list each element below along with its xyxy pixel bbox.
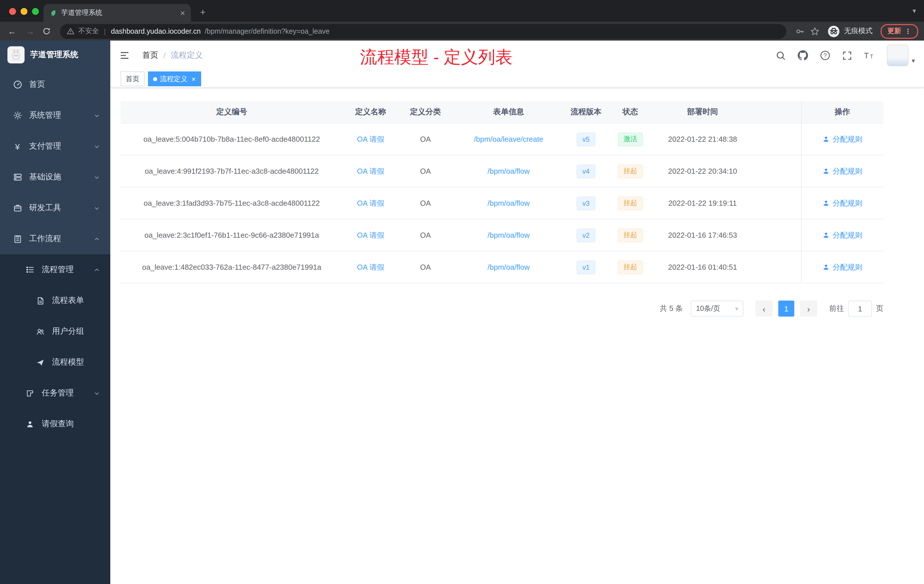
task-icon [25, 388, 35, 398]
workflow-submenu: 流程管理 流程表单 用户分组 [0, 254, 110, 439]
app-logo [7, 46, 25, 63]
cell-category: OA [398, 124, 452, 155]
status-badge: 挂起 [618, 164, 643, 178]
sidebar-item-workflow[interactable]: 工作流程 [0, 223, 110, 254]
form-info-link[interactable]: /bpm/oa/flow [487, 263, 530, 271]
password-key-icon[interactable] [795, 26, 805, 36]
page-size-select[interactable]: 10条/页 ▾ [691, 300, 743, 317]
document-icon [35, 296, 45, 305]
definition-name-link[interactable]: OA 请假 [357, 230, 384, 240]
incognito-indicator: 无痕模式 [827, 25, 873, 38]
form-info-link[interactable]: /bpm/oa/flow [487, 167, 530, 175]
security-label: 不安全 [78, 26, 99, 36]
app-title: 芋道管理系统 [30, 50, 78, 60]
sidebar-item-process-form[interactable]: 流程表单 [0, 285, 110, 316]
chevron-down-icon: ▾ [735, 305, 738, 312]
url-bar[interactable]: 不安全 | dashboard.yudao.iocoder.cn /bpm/ma… [60, 24, 786, 39]
window-minimize-button[interactable] [21, 8, 27, 15]
sidebar-item-task-management[interactable]: 任务管理 [0, 378, 110, 409]
font-size-icon[interactable]: TT [864, 51, 875, 60]
pagination: 共 5 条 10条/页 ▾ ‹ 1 › 前往 页 [120, 300, 883, 317]
incognito-icon [827, 25, 840, 38]
sidebar-item-system[interactable]: 系统管理 [0, 100, 110, 131]
new-tab-button[interactable]: + [195, 5, 210, 20]
sidebar-item-user-group[interactable]: 用户分组 [0, 316, 110, 347]
sidebar-item-process-management[interactable]: 流程管理 [0, 254, 110, 285]
avatar[interactable] [887, 45, 909, 66]
sidebar-item-label: 基础设施 [29, 172, 87, 182]
browser-tab[interactable]: 芋道管理系统 × [43, 4, 191, 22]
status-badge: 挂起 [618, 228, 643, 242]
assign-rule-button[interactable]: 分配规则 [822, 230, 862, 240]
reload-button[interactable] [42, 27, 51, 35]
person-icon [25, 419, 35, 429]
version-badge: v1 [577, 260, 595, 274]
col-deploy-time: 部署时间 [653, 101, 752, 123]
window-close-button[interactable] [9, 8, 16, 15]
goto-suffix: 页 [876, 304, 883, 314]
fixed-column-divider [801, 101, 802, 284]
definition-name-link[interactable]: OA 请假 [357, 198, 384, 208]
sidebar-item-process-model[interactable]: 流程模型 [0, 347, 110, 378]
user-menu[interactable]: ▾ [887, 45, 915, 66]
sidebar-item-devtools[interactable]: 研发工具 [0, 193, 110, 223]
sidebar-item-leave-query[interactable]: 请假查询 [0, 409, 110, 439]
bookmark-star-icon[interactable] [810, 26, 819, 36]
help-icon[interactable]: ? [820, 50, 831, 61]
cell-category: OA [398, 251, 452, 283]
form-info-link[interactable]: /bpm/oa/leave/create [474, 135, 543, 144]
sidebar-toggle-button[interactable] [119, 50, 130, 61]
window-zoom-button[interactable] [32, 8, 39, 15]
tag-close-icon[interactable]: × [191, 75, 196, 82]
cell-deploy-time: 2022-01-16 17:46:53 [653, 219, 752, 251]
paper-plane-icon [35, 358, 45, 367]
browser-menu-dots-icon[interactable]: ⋮ [904, 27, 911, 35]
tag-home[interactable]: 首页 [120, 71, 145, 86]
table-row: oa_leave:4:991f2193-7b7f-11ec-a3c8-acde4… [120, 155, 883, 187]
users-icon [35, 327, 45, 336]
back-button[interactable]: ← [6, 26, 18, 36]
forward-button[interactable]: → [24, 26, 36, 36]
svg-text:T: T [870, 54, 873, 59]
current-page-button[interactable]: 1 [778, 300, 794, 317]
sidebar-item-label: 首页 [29, 79, 100, 90]
assign-rule-button[interactable]: 分配规则 [822, 262, 862, 272]
status-badge: 激活 [618, 132, 643, 146]
tab-search-caret-icon[interactable]: ▾ [912, 7, 916, 15]
search-icon[interactable] [776, 51, 786, 60]
chevron-down-icon [94, 112, 100, 119]
assign-rule-label: 分配规则 [833, 198, 862, 208]
definition-name-link[interactable]: OA 请假 [357, 166, 384, 176]
assign-rule-button[interactable]: 分配规则 [822, 134, 862, 144]
sidebar-item-home[interactable]: 首页 [0, 69, 110, 100]
sidebar-item-payment[interactable]: ¥ 支付管理 [0, 131, 110, 162]
sidebar-item-label: 支付管理 [29, 141, 87, 152]
sidebar-header: 芋道管理系统 [0, 41, 110, 69]
definition-name-link[interactable]: OA 请假 [357, 134, 384, 144]
page-content: 定义编号 定义名称 定义分类 表单信息 流程版本 状态 部署时间 操作 oa_l… [110, 88, 924, 584]
update-label: 更新 [888, 26, 901, 36]
sidebar-item-infrastructure[interactable]: 基础设施 [0, 162, 110, 193]
goto-page-input[interactable] [848, 300, 872, 317]
prev-page-button[interactable]: ‹ [756, 300, 772, 317]
table-row: oa_leave:3:1fad3d93-7b75-11ec-a3c8-acde4… [120, 187, 883, 219]
sidebar-item-label: 系统管理 [29, 110, 87, 120]
col-definition-category: 定义分类 [398, 101, 452, 123]
browser-update-button[interactable]: 更新 ⋮ [881, 24, 918, 39]
definition-name-link[interactable]: OA 请假 [357, 262, 384, 272]
assign-rule-button[interactable]: 分配规则 [822, 166, 862, 176]
form-info-link[interactable]: /bpm/oa/flow [487, 199, 530, 208]
tab-title: 芋道管理系统 [61, 8, 175, 18]
breadcrumb-home[interactable]: 首页 [142, 50, 158, 61]
form-info-link[interactable]: /bpm/oa/flow [487, 231, 530, 239]
url-host: dashboard.yudao.iocoder.cn [111, 27, 201, 35]
cell-filler [752, 155, 801, 187]
next-page-button[interactable]: › [800, 300, 817, 317]
github-icon[interactable] [798, 50, 808, 61]
version-badge: v5 [577, 132, 595, 146]
tag-process-definition[interactable]: 流程定义 × [148, 71, 201, 86]
tab-close-icon[interactable]: × [180, 8, 185, 17]
toolbox-icon [13, 203, 22, 213]
assign-rule-button[interactable]: 分配规则 [822, 198, 862, 208]
fullscreen-icon[interactable] [843, 51, 852, 60]
